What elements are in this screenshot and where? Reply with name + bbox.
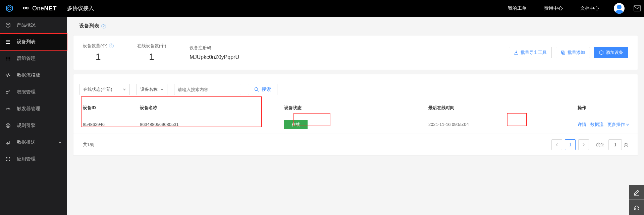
sidebar-item-apps[interactable]: 应用管理 bbox=[0, 151, 67, 167]
pager-jump-prefix: 跳至 bbox=[596, 142, 604, 148]
op-more-label: 更多操作 bbox=[607, 122, 625, 128]
stat-value: MJUpkc0nZ0yPqprU bbox=[190, 54, 239, 60]
pager: 共1项 1 跳至 页 bbox=[73, 134, 638, 155]
stat-online-count: 在线设备数(个) 1 bbox=[137, 43, 166, 62]
cell-id: 854862946 bbox=[83, 122, 140, 127]
stat-device-count: 设备数量(个)? 1 bbox=[83, 43, 114, 62]
sidebar-item-devices[interactable]: 设备列表 bbox=[0, 33, 67, 50]
nav-billing[interactable]: 费用中心 bbox=[544, 5, 563, 11]
svg-point-12 bbox=[6, 91, 8, 93]
help-icon[interactable]: ? bbox=[101, 24, 106, 28]
cube-add-icon bbox=[599, 50, 604, 55]
nav-my-tickets[interactable]: 我的工单 bbox=[508, 5, 527, 11]
search-input[interactable] bbox=[174, 84, 241, 95]
apps-icon bbox=[5, 156, 13, 162]
sidebar: 产品概况 设备列表 群组管理 数据流模板 权限管理 触发器管理 规则引擎 数据推… bbox=[0, 17, 67, 215]
sidebar-item-rules[interactable]: 规则引擎 bbox=[0, 117, 67, 134]
sidebar-item-label: 群组管理 bbox=[17, 56, 36, 62]
edit-tool[interactable] bbox=[629, 185, 644, 200]
export-button[interactable]: 批量导出工具 bbox=[509, 47, 552, 58]
svg-rect-16 bbox=[9, 157, 10, 158]
th-status: 设备状态 bbox=[284, 105, 428, 111]
table-row: 854862946 8634880569680531 在线 2021-11-16… bbox=[73, 115, 638, 134]
brand-text: OneNET bbox=[32, 5, 57, 12]
svg-point-11 bbox=[9, 60, 10, 61]
cell-last-online: 2021-11-16 09:55:04 bbox=[428, 122, 576, 127]
device-table-card: 在线状态(全部) 设备名称 搜索 设备ID 设备名称 设备状态 最后在线时间 操… bbox=[73, 74, 638, 156]
pager-total: 共1项 bbox=[83, 142, 94, 148]
button-label: 搜索 bbox=[262, 86, 271, 92]
svg-point-13 bbox=[6, 124, 10, 128]
status-badge: 在线 bbox=[284, 120, 308, 129]
svg-point-5 bbox=[9, 57, 10, 58]
svg-rect-18 bbox=[9, 160, 10, 161]
sidebar-item-label: 产品概况 bbox=[17, 22, 36, 28]
product-logo-hex[interactable] bbox=[0, 0, 19, 17]
select-value: 在线状态(全部) bbox=[83, 86, 112, 92]
pager-prev[interactable] bbox=[551, 139, 562, 150]
brand[interactable]: OneNET bbox=[19, 0, 61, 17]
chevron-down-icon bbox=[58, 140, 62, 145]
th-last-online: 最后在线时间 bbox=[428, 105, 576, 111]
stat-label: 在线设备数(个) bbox=[137, 43, 166, 49]
push-icon bbox=[5, 140, 13, 145]
pencil-icon bbox=[633, 189, 640, 196]
svg-point-6 bbox=[6, 58, 7, 59]
headset-icon bbox=[633, 204, 640, 211]
brand-infinity-icon bbox=[21, 5, 30, 12]
support-tool[interactable] bbox=[629, 200, 644, 215]
search-bar: 在线状态(全部) 设备名称 搜索 bbox=[73, 78, 638, 100]
pager-next[interactable] bbox=[578, 139, 589, 150]
search-field-select[interactable]: 设备名称 bbox=[137, 84, 167, 95]
hexagon-icon bbox=[5, 4, 13, 12]
button-label: 批量导出工具 bbox=[521, 50, 547, 56]
table-head: 设备ID 设备名称 设备状态 最后在线时间 操作 bbox=[73, 100, 638, 115]
sidebar-item-label: 规则引擎 bbox=[17, 123, 36, 129]
status-select[interactable]: 在线状态(全部) bbox=[79, 84, 130, 95]
svg-marker-1 bbox=[8, 7, 11, 10]
page-title-text: 设备列表 bbox=[79, 23, 99, 29]
svg-point-14 bbox=[7, 125, 9, 127]
stats-card: 设备数量(个)? 1 在线设备数(个) 1 设备注册码 MJUpkc0nZ0yP… bbox=[73, 35, 638, 70]
messages-icon[interactable] bbox=[631, 0, 644, 17]
wave-icon bbox=[5, 73, 13, 78]
trigger-icon bbox=[5, 106, 13, 112]
product-title: 多协议接入 bbox=[61, 5, 94, 12]
float-tools bbox=[629, 184, 644, 215]
op-datastream[interactable]: 数据流 bbox=[590, 122, 603, 128]
op-detail[interactable]: 详情 bbox=[578, 122, 586, 128]
sidebar-item-label: 权限管理 bbox=[17, 89, 36, 95]
sidebar-item-triggers[interactable]: 触发器管理 bbox=[0, 100, 67, 117]
list-icon bbox=[5, 39, 13, 45]
stat-label: 设备数量(个) bbox=[83, 43, 108, 49]
select-value: 设备名称 bbox=[140, 86, 158, 92]
svg-marker-0 bbox=[6, 5, 12, 12]
help-icon[interactable]: ? bbox=[109, 44, 114, 48]
cube-icon bbox=[5, 22, 13, 28]
svg-rect-22 bbox=[634, 208, 635, 210]
pager-page-1[interactable]: 1 bbox=[565, 139, 576, 150]
svg-rect-17 bbox=[6, 160, 7, 161]
svg-point-4 bbox=[8, 57, 9, 58]
svg-rect-23 bbox=[638, 208, 639, 210]
button-label: 添加设备 bbox=[606, 50, 623, 56]
sidebar-item-push[interactable]: 数据推送 bbox=[0, 134, 67, 151]
sidebar-item-permissions[interactable]: 权限管理 bbox=[0, 84, 67, 100]
svg-rect-15 bbox=[6, 157, 7, 158]
stat-value: 1 bbox=[83, 52, 114, 62]
user-avatar[interactable] bbox=[614, 3, 625, 14]
sidebar-item-overview[interactable]: 产品概况 bbox=[0, 17, 67, 33]
svg-point-3 bbox=[6, 57, 7, 58]
chevron-down-icon bbox=[626, 123, 629, 126]
stat-label: 设备注册码 bbox=[190, 45, 211, 51]
search-button[interactable]: 搜索 bbox=[248, 84, 277, 95]
add-device-button[interactable]: 添加设备 bbox=[594, 47, 628, 58]
sidebar-item-groups[interactable]: 群组管理 bbox=[0, 50, 67, 67]
batch-add-button[interactable]: 批量添加 bbox=[556, 47, 590, 58]
sidebar-item-label: 应用管理 bbox=[17, 156, 36, 162]
export-icon bbox=[514, 50, 519, 55]
op-more[interactable]: 更多操作 bbox=[607, 122, 629, 128]
nav-docs[interactable]: 文档中心 bbox=[580, 5, 599, 11]
sidebar-item-datastream[interactable]: 数据流模板 bbox=[0, 67, 67, 84]
pager-jump-input[interactable] bbox=[608, 139, 622, 150]
